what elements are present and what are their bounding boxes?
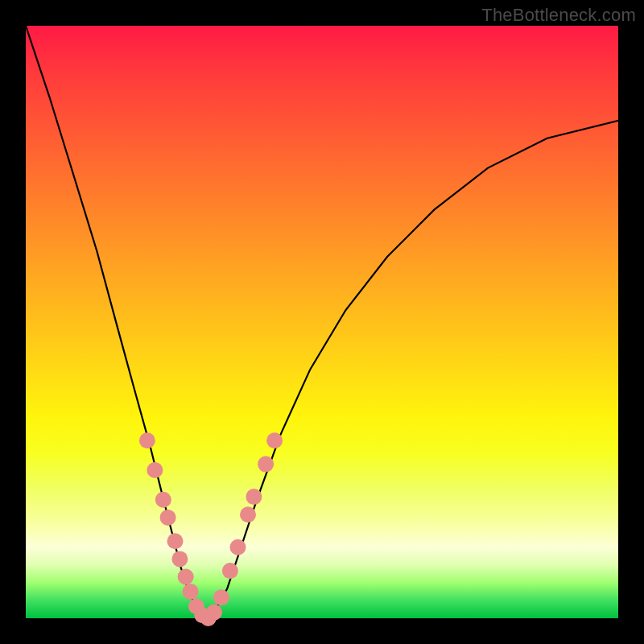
curve-marker (213, 589, 229, 605)
curve-layer (26, 26, 618, 618)
marker-group (139, 432, 283, 626)
curve-marker (230, 539, 246, 555)
plot-area (26, 26, 618, 618)
watermark-text: TheBottleneck.com (481, 5, 636, 26)
curve-marker (258, 456, 274, 473)
curve-marker (167, 533, 184, 549)
curve-marker (266, 432, 283, 448)
curve-marker (222, 563, 238, 579)
curve-marker (206, 605, 222, 621)
curve-marker (171, 551, 188, 567)
curve-marker (178, 569, 194, 585)
curve-marker (147, 462, 163, 478)
curve-marker (155, 492, 171, 508)
curve-marker (240, 506, 256, 522)
bottleneck-curve (26, 26, 618, 618)
curve-marker (183, 584, 199, 600)
chart-frame: TheBottleneck.com (0, 0, 644, 644)
curve-marker (160, 510, 176, 526)
curve-marker (246, 489, 262, 505)
curve-marker (139, 432, 155, 448)
